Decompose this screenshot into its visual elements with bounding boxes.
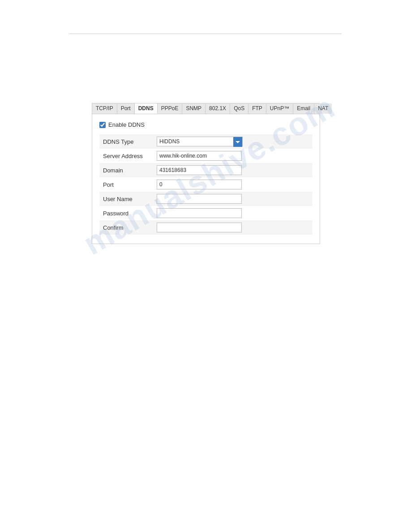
tab-pppoe[interactable]: PPPoE [158, 103, 183, 114]
form-row-domain: Domain [99, 163, 313, 177]
label-ddns_type: DDNS Type [99, 134, 153, 149]
input-server_address[interactable] [157, 151, 242, 161]
tab-port[interactable]: Port [117, 103, 135, 114]
form-row-server_address: Server Address [99, 149, 313, 163]
form-row-ddns_type: DDNS TypeHiDDNSNO-IPDynDNS [99, 134, 313, 149]
enable-ddns-row: Enable DDNS [99, 121, 313, 128]
form-row-user_name: User Name [99, 192, 313, 206]
tab-qos[interactable]: QoS [230, 103, 248, 114]
input-domain[interactable] [157, 165, 242, 175]
tab-bar: TCP/IPPortDDNSPPPoESNMP802.1XQoSFTPUPnP™… [92, 103, 320, 114]
tab-ftp[interactable]: FTP [248, 103, 266, 114]
label-domain: Domain [99, 163, 153, 177]
select-wrapper-ddns_type: HiDDNSNO-IPDynDNS [157, 137, 243, 146]
top-divider [69, 34, 342, 34]
input-user_name[interactable] [157, 194, 242, 204]
tab-snmp[interactable]: SNMP [182, 103, 206, 114]
label-port: Port [99, 177, 153, 192]
tab-upnp[interactable]: UPnP™ [266, 103, 293, 114]
label-server_address: Server Address [99, 149, 153, 163]
label-user_name: User Name [99, 192, 153, 206]
input-confirm[interactable] [157, 223, 242, 232]
tab-tcpip[interactable]: TCP/IP [92, 103, 117, 114]
enable-ddns-label: Enable DDNS [108, 121, 145, 128]
select-ddns_type[interactable]: HiDDNSNO-IPDynDNS [157, 137, 242, 146]
form-row-confirm: Confirm [99, 220, 313, 235]
enable-ddns-checkbox[interactable] [99, 122, 106, 128]
form-table: DDNS TypeHiDDNSNO-IPDynDNSServer Address… [99, 134, 313, 235]
main-container: TCP/IPPortDDNSPPPoESNMP802.1XQoSFTPUPnP™… [92, 103, 320, 244]
tab-ddns[interactable]: DDNS [135, 103, 158, 114]
form-area: Enable DDNS DDNS TypeHiDDNSNO-IPDynDNSSe… [92, 114, 320, 244]
tab-8021x[interactable]: 802.1X [206, 103, 230, 114]
tab-nat[interactable]: NAT [314, 103, 332, 114]
tab-email[interactable]: Email [293, 103, 314, 114]
input-password[interactable] [157, 208, 242, 218]
label-password: Password [99, 206, 153, 220]
form-row-password: Password [99, 206, 313, 220]
form-row-port: Port [99, 177, 313, 192]
input-port[interactable] [157, 180, 242, 189]
label-confirm: Confirm [99, 220, 153, 235]
